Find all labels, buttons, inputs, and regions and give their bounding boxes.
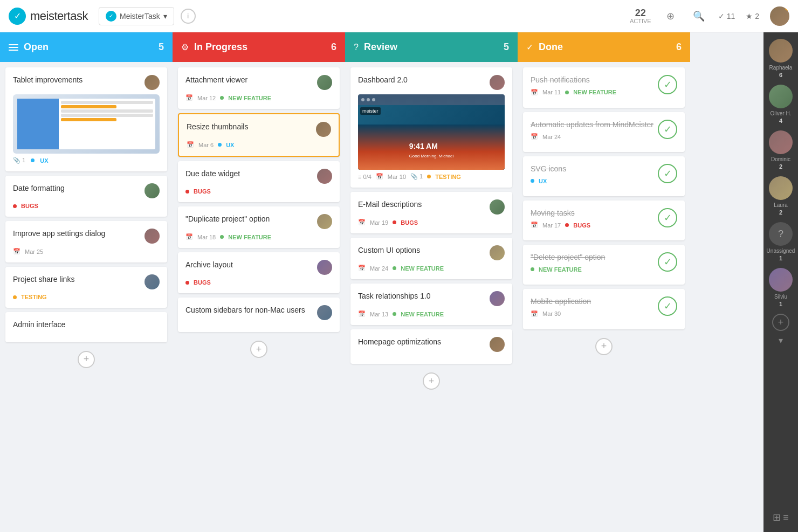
tag-dot [427,175,431,178]
tag-dot [220,96,224,100]
star-count[interactable]: ★ 2 [746,12,759,20]
sidebar-user-dominic[interactable]: Dominic 2 [767,128,795,172]
card-resize-thumbnails[interactable]: Resize thumbnails 📅 Mar 6 UX [178,113,340,157]
sidebar-user-oliver[interactable]: Oliver H. 4 [767,82,795,126]
column-done-header: ✓ Done 6 [518,32,690,62]
tag-label: NEW FEATURE [539,266,582,273]
card-title: Task relationships 1.0 [358,291,485,302]
calendar-icon: 📅 [531,89,538,96]
card-date-formatting[interactable]: Date formatting BUGS [5,176,167,217]
sidebar-user-count-laura: 2 [779,209,782,216]
attachment-icon: 📎 1 [410,173,423,180]
user-avatar-nav[interactable] [770,6,789,26]
sidebar-user-laura[interactable]: Laura 2 [767,174,795,218]
card-header: Tablet improvements [13,75,160,90]
card-auto-updates[interactable]: Automatic updates from MindMeister 📅 Mar… [523,112,685,153]
tag-dot [393,312,396,316]
task-count[interactable]: ✓ 11 [718,12,735,20]
sidebar-avatar-laura [769,176,793,200]
card-date: Mar 24 [542,134,561,140]
add-button[interactable]: ⊕ [662,8,679,25]
tag-dot-ux [31,158,35,162]
card-avatar [317,260,332,275]
card-header: E-Mail descriptions [358,199,505,215]
sidebar-chevron-down[interactable]: ▾ [779,335,783,346]
card-header: Improve app settings dialog [13,229,160,244]
add-card-open[interactable]: + [78,351,95,368]
card-moving-tasks[interactable]: Moving tasks 📅 Mar 17 BUGS ✓ [523,201,685,241]
column-inprogress: ⚙ In Progress 6 Attachment viewer 📅 Mar … [173,32,345,532]
column-open-count: 5 [159,42,164,53]
tag-label-bugs: BUGS [573,222,590,229]
card-dup-project[interactable]: "Duplicate project" option 📅 Mar 18 NEW … [178,206,340,248]
card-tablet[interactable]: Tablet improvements [5,67,167,171]
card-admin[interactable]: Admin interface [5,312,167,342]
card-mobile-app[interactable]: Mobile application 📅 Mar 30 ✓ [523,289,685,329]
menu-icon[interactable] [9,44,18,51]
card-svg-icons[interactable]: SVG icons UX ✓ [523,156,685,196]
star-number: 2 [755,12,759,20]
info-icon[interactable]: i [181,9,196,24]
card-avatar [317,305,332,320]
card-date: Mar 13 [370,311,388,317]
sidebar-user-raphaela[interactable]: Raphaela 6 [767,37,795,80]
card-header: Homepage optimizations [358,337,505,352]
tag-dot-ux [218,143,222,147]
card-header: Custom sidebars for non-Mac users [185,305,332,320]
card-custom-ui[interactable]: Custom UI options 📅 Mar 24 NEW FEATURE [350,238,512,279]
board-container: Open 5 Tablet improvements [0,32,798,532]
done-check-icon: ✓ [658,120,677,139]
card-task-rel[interactable]: Task relationships 1.0 📅 Mar 13 NEW FEAT… [350,284,512,325]
layout-icon: ⊞ [773,512,781,523]
card-share-links[interactable]: Project share links TESTING [5,267,167,308]
card-title: Dashboard 2.0 [358,75,485,86]
column-inprogress-title: In Progress [194,42,326,53]
add-card-done[interactable]: + [595,338,613,355]
calendar-icon: 📅 [13,248,20,255]
add-card-inprogress[interactable]: + [250,341,267,358]
search-icon[interactable]: 🔍 [690,8,707,25]
card-meta: TESTING [13,294,160,300]
card-title: Tablet improvements [13,75,140,86]
sidebar-user-count-dominic: 2 [779,163,782,170]
card-title: Improve app settings dialog [13,229,140,239]
tag-dot-bugs [393,220,396,224]
add-card-review[interactable]: + [423,372,440,390]
active-count[interactable]: 22 ACTIVE [630,8,651,24]
card-footer: 📎 1 UX [13,157,160,164]
column-open-title: Open [24,42,153,53]
card-header: Archive layout [185,260,332,275]
card-dashboard[interactable]: Dashboard 2.0 meister 9:41 AMGood Mornin… [350,67,512,188]
card-push-notif[interactable]: Push notifications 📅 Mar 11 NEW FEATURE … [523,67,685,108]
project-selector[interactable]: ✓ MeisterTask ▾ [99,7,174,25]
card-email-desc[interactable]: E-Mail descriptions 📅 Mar 19 BUGS [350,192,512,233]
tag-label: NEW FEATURE [228,234,271,240]
tag-label: NEW FEATURE [228,95,271,101]
sidebar-add-user[interactable]: + [772,314,789,331]
sidebar-user-count-raphaela: 6 [779,72,782,78]
card-date: Mar 18 [197,234,216,240]
card-meta: 📅 Mar 13 NEW FEATURE [358,310,505,317]
card-meta: 📅 Mar 11 NEW FEATURE [531,89,658,96]
card-due-date[interactable]: Due date widget BUGS [178,161,340,202]
tag-dot-testing [13,295,17,299]
card-attachment-viewer[interactable]: Attachment viewer 📅 Mar 12 NEW FEATURE [178,67,340,109]
card-meta: 📅 Mar 25 [13,248,160,255]
card-header: Dashboard 2.0 [358,75,505,90]
card-homepage[interactable]: Homepage optimizations [350,329,512,364]
card-custom-sidebars[interactable]: Custom sidebars for non-Mac users [178,298,340,332]
project-name: MeisterTask [120,12,160,20]
sidebar-user-silviu[interactable]: Silviu 1 [767,266,795,309]
sidebar-user-count-oliver: 4 [779,118,782,124]
sidebar-user-unassigned[interactable]: ? Unassigned 1 [765,220,797,264]
card-delete-project[interactable]: "Delete project" option NEW FEATURE ✓ [523,245,685,285]
tag-label: NEW FEATURE [401,311,444,317]
column-inprogress-header: ⚙ In Progress 6 [173,32,345,62]
sidebar-bottom-controls[interactable]: ⊞ ≡ [768,507,793,528]
card-title: Attachment viewer [185,75,313,86]
card-title: Project share links [13,274,140,285]
card-archive-layout[interactable]: Archive layout BUGS [178,252,340,293]
card-title: Resize thumbnails [187,122,312,133]
card-header: Push notifications 📅 Mar 11 NEW FEATURE … [531,75,677,96]
card-app-settings[interactable]: Improve app settings dialog 📅 Mar 25 [5,221,167,262]
